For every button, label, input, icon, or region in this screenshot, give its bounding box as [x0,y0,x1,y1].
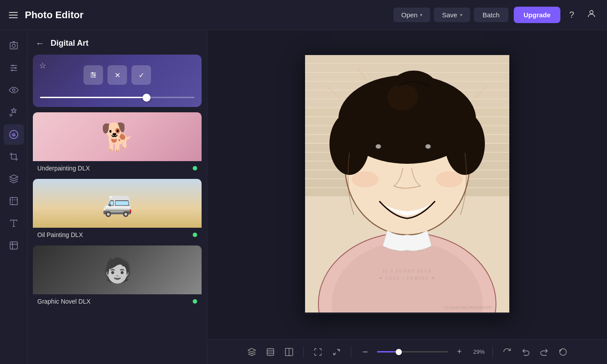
cancel-button[interactable]: ✕ [107,65,127,85]
svg-point-6 [12,65,14,67]
effect-thumb-graphicnovel: 🧑 [33,245,202,294]
upgrade-button[interactable]: Upgrade [514,7,560,23]
svg-point-49 [370,142,395,154]
favorite-icon[interactable]: ☆ [39,61,46,71]
app-title: Photo Editor [25,9,83,21]
svg-point-0 [590,11,593,14]
svg-point-48 [387,84,418,111]
back-button[interactable]: ← [35,37,45,49]
tool-watermark[interactable] [4,235,24,256]
menu-icon[interactable] [7,10,20,20]
oil-painting-status-dot [193,233,197,237]
effect-label-row-oil: Oil Painting DLX [33,228,202,242]
effect-intensity-slider[interactable] [40,97,194,98]
tools-sidebar [0,30,28,364]
svg-point-45 [329,113,369,175]
zoom-slider[interactable] [377,351,448,352]
header: Photo Editor Open ▾ Save ▾ Batch Upgrade… [0,0,607,30]
panel-title: Digital Art [51,39,88,48]
underpainting-status-dot [193,166,197,170]
effect-controls: ✕ ✓ [40,65,194,85]
effect-label-row-graphic-novel: Graphic Novel DLX [33,294,202,309]
help-button[interactable]: ? [566,8,578,22]
save-button[interactable]: Save ▾ [434,8,470,22]
separator-1 [303,347,304,357]
history-button[interactable] [262,343,279,361]
svg-point-11 [12,133,15,136]
effect-item-oil-painting[interactable]: 🚐 Oil Painting DLX [33,179,202,242]
underpainting-preview: 🐕 [101,121,134,153]
save-chevron: ▾ [460,12,462,17]
svg-rect-23 [305,64,509,72]
graphic-novel-preview: 🧑 [102,256,133,285]
effects-panel: ← Digital Art ☆ ✕ ✓ [28,30,207,364]
zoom-label: 29% [471,348,487,355]
tool-effects[interactable] [4,124,24,145]
oil-painting-label: Oil Painting DLX [37,231,83,238]
svg-point-19 [92,72,94,74]
zoom-out-button[interactable]: − [357,343,374,361]
compare-button[interactable] [280,343,298,361]
canvas-area: IS A FUNNY PLUS ✦ SOUL • ERMINE ✦ CLICKM… [207,30,607,364]
svg-text:IS A FUNNY PLUS: IS A FUNNY PLUS [382,269,432,273]
portrait-image: IS A FUNNY PLUS ✦ SOUL • ERMINE ✦ CLICKM… [305,55,509,313]
separator-2 [351,347,351,357]
svg-rect-22 [305,55,509,63]
svg-point-50 [420,142,444,154]
redo-button[interactable] [536,343,553,361]
open-chevron: ▾ [420,12,422,17]
toolbar-group-fit [309,343,345,361]
effect-item-graphic-novel[interactable]: 🧑 Graphic Novel DLX [33,245,202,309]
batch-button[interactable]: Batch [474,8,508,22]
bottom-toolbar: − + 29% [207,339,607,364]
rotate-button[interactable] [498,343,516,361]
zoom-in-button[interactable]: + [451,343,468,361]
tool-mask[interactable] [4,191,24,211]
svg-point-2 [12,44,15,47]
svg-point-8 [11,70,13,71]
svg-rect-61 [267,348,274,355]
effect-thumb-underpainting: 🐕 [33,112,202,161]
svg-point-20 [94,74,95,76]
image-container: IS A FUNNY PLUS ✦ SOUL • ERMINE ✦ CLICKM… [305,55,509,314]
header-center: Open ▾ Save ▾ Batch [393,8,508,22]
svg-rect-13 [10,242,17,249]
panel-scroll[interactable]: ☆ ✕ ✓ [28,55,207,364]
svg-text:✦ SOUL • ERMINE ✦: ✦ SOUL • ERMINE ✦ [379,276,436,281]
tool-eye[interactable] [4,80,24,100]
tool-layers[interactable] [4,169,24,189]
graphic-novel-label: Graphic Novel DLX [37,298,91,305]
reset-button[interactable] [554,343,572,361]
tool-photo[interactable] [4,36,24,56]
fit-button[interactable] [309,343,327,361]
confirm-button[interactable]: ✓ [131,65,151,85]
svg-point-52 [425,144,431,149]
zoom-fit-button[interactable] [328,343,345,361]
svg-point-51 [376,144,381,149]
tool-ai[interactable] [4,102,24,123]
svg-point-46 [445,113,485,175]
tool-adjust[interactable] [4,58,24,78]
svg-rect-1 [10,43,17,49]
main-layout: ← Digital Art ☆ ✕ ✓ [0,30,607,364]
active-effect-card[interactable]: ☆ ✕ ✓ [33,55,202,107]
toolbar-group-history [498,343,572,361]
underpainting-label: Underpainting DLX [37,165,90,172]
zoom-slider-container: − + 29% [357,343,487,361]
oil-painting-preview: 🚐 [102,189,133,218]
tool-crop[interactable] [4,146,24,167]
svg-rect-12 [10,198,17,205]
panel-header: ← Digital Art [28,30,207,55]
canvas-viewport[interactable]: IS A FUNNY PLUS ✦ SOUL • ERMINE ✦ CLICKM… [207,30,607,339]
layers-button[interactable] [243,343,261,361]
user-button[interactable] [583,7,600,23]
svg-point-54 [436,171,463,187]
svg-text:CLICKM DNCIR-DORCER: CLICKM DNCIR-DORCER [444,305,492,310]
toolbar-group-left [243,343,298,361]
effect-thumb-oil: 🚐 [33,179,202,228]
tool-text[interactable] [4,213,24,233]
adjust-button[interactable] [83,65,103,85]
effect-item-underpainting[interactable]: 🐕 Underpainting DLX [33,112,202,175]
open-button[interactable]: Open ▾ [393,8,431,22]
undo-button[interactable] [517,343,535,361]
